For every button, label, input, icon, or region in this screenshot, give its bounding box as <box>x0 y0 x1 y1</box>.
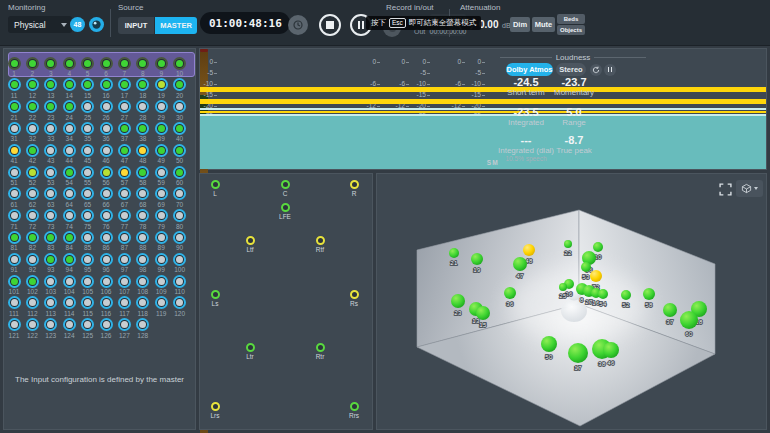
stop-button[interactable] <box>319 14 341 36</box>
channel-dot[interactable] <box>44 275 57 288</box>
speaker-c[interactable] <box>281 180 290 189</box>
channel-dot[interactable] <box>136 296 149 309</box>
speaker-rs[interactable] <box>350 290 359 299</box>
channel-dot[interactable] <box>44 78 57 91</box>
channel-dot[interactable] <box>173 144 186 157</box>
channel-dot[interactable] <box>118 318 131 331</box>
speaker-lfe[interactable] <box>281 203 290 212</box>
channel-dot[interactable] <box>81 57 94 70</box>
channel-dot[interactable] <box>100 187 113 200</box>
channel-dot[interactable] <box>173 166 186 179</box>
channel-dot[interactable] <box>63 231 76 244</box>
channel-dot[interactable] <box>8 78 21 91</box>
channel-dot[interactable] <box>118 78 131 91</box>
channel-dot[interactable] <box>63 57 76 70</box>
channel-dot[interactable] <box>26 187 39 200</box>
channel-dot[interactable] <box>44 209 57 222</box>
channel-dot[interactable] <box>136 166 149 179</box>
channel-dot[interactable] <box>118 166 131 179</box>
channel-dot[interactable] <box>26 209 39 222</box>
channel-dot[interactable] <box>8 209 21 222</box>
channel-dot[interactable] <box>81 122 94 135</box>
channel-dot[interactable] <box>81 318 94 331</box>
channel-dot[interactable] <box>81 253 94 266</box>
channel-dot[interactable] <box>118 253 131 266</box>
channel-dot[interactable] <box>26 253 39 266</box>
channel-dot[interactable] <box>26 318 39 331</box>
channel-dot[interactable] <box>118 57 131 70</box>
channel-dot[interactable] <box>8 275 21 288</box>
channel-dot[interactable] <box>100 122 113 135</box>
channel-dot[interactable] <box>63 100 76 113</box>
channel-dot[interactable] <box>81 231 94 244</box>
channel-dot[interactable] <box>118 187 131 200</box>
channel-dot[interactable] <box>136 144 149 157</box>
channel-dot[interactable] <box>44 231 57 244</box>
channel-dot[interactable] <box>26 231 39 244</box>
return-to-start-button[interactable] <box>288 15 308 35</box>
channel-dot[interactable] <box>173 78 186 91</box>
channel-dot[interactable] <box>44 187 57 200</box>
channel-dot[interactable] <box>155 78 168 91</box>
loudness-mode-stereo-button[interactable]: Stereo <box>556 63 586 76</box>
channel-dot[interactable] <box>63 187 76 200</box>
binaural-render-button[interactable] <box>89 17 104 32</box>
channel-dot[interactable] <box>155 187 168 200</box>
channel-dot[interactable] <box>63 122 76 135</box>
channel-dot[interactable] <box>136 57 149 70</box>
channel-dot[interactable] <box>44 318 57 331</box>
channel-dot[interactable] <box>136 231 149 244</box>
channel-dot[interactable] <box>155 209 168 222</box>
channel-dot[interactable] <box>173 187 186 200</box>
channel-dot[interactable] <box>155 296 168 309</box>
channel-dot[interactable] <box>63 78 76 91</box>
speaker-count-button[interactable]: 48 <box>70 17 85 32</box>
channel-dot[interactable] <box>100 57 113 70</box>
channel-dot[interactable] <box>118 100 131 113</box>
channel-dot[interactable] <box>26 296 39 309</box>
channel-dot[interactable] <box>8 144 21 157</box>
channel-dot[interactable] <box>173 100 186 113</box>
channel-dot[interactable] <box>44 296 57 309</box>
channel-dot[interactable] <box>63 209 76 222</box>
monitoring-dropdown[interactable]: Physical <box>8 16 72 33</box>
channel-dot[interactable] <box>136 318 149 331</box>
speaker-lrs[interactable] <box>211 402 220 411</box>
channel-dot[interactable] <box>173 122 186 135</box>
channel-dot[interactable] <box>63 296 76 309</box>
speaker-rrs[interactable] <box>350 402 359 411</box>
channel-dot[interactable] <box>8 318 21 331</box>
channel-dot[interactable] <box>100 144 113 157</box>
speaker-ls[interactable] <box>211 290 220 299</box>
channel-dot[interactable] <box>173 209 186 222</box>
channel-dot[interactable] <box>155 231 168 244</box>
channel-dot[interactable] <box>63 166 76 179</box>
channel-dot[interactable] <box>8 122 21 135</box>
channel-dot[interactable] <box>26 166 39 179</box>
channel-dot[interactable] <box>136 122 149 135</box>
channel-dot[interactable] <box>44 100 57 113</box>
channel-dot[interactable] <box>44 122 57 135</box>
channel-dot[interactable] <box>100 318 113 331</box>
channel-dot[interactable] <box>100 253 113 266</box>
channel-dot[interactable] <box>26 100 39 113</box>
channel-dot[interactable] <box>8 166 21 179</box>
room-view-options-button[interactable] <box>736 180 763 197</box>
channel-dot[interactable] <box>118 231 131 244</box>
loudness-mode-dolby-atmos-button[interactable]: Dolby Atmos <box>506 63 553 76</box>
channel-dot[interactable] <box>44 144 57 157</box>
channel-dot[interactable] <box>44 57 57 70</box>
channel-dot[interactable] <box>136 100 149 113</box>
channel-dot[interactable] <box>81 209 94 222</box>
channel-dot[interactable] <box>8 231 21 244</box>
channel-dot[interactable] <box>173 275 186 288</box>
channel-dot[interactable] <box>8 296 21 309</box>
channel-dot[interactable] <box>100 296 113 309</box>
channel-dot[interactable] <box>118 296 131 309</box>
channel-dot[interactable] <box>63 253 76 266</box>
channel-dot[interactable] <box>44 253 57 266</box>
channel-dot[interactable] <box>81 296 94 309</box>
speaker-l[interactable] <box>211 180 220 189</box>
channel-dot[interactable] <box>8 187 21 200</box>
dim-button[interactable]: Dim <box>510 17 530 32</box>
